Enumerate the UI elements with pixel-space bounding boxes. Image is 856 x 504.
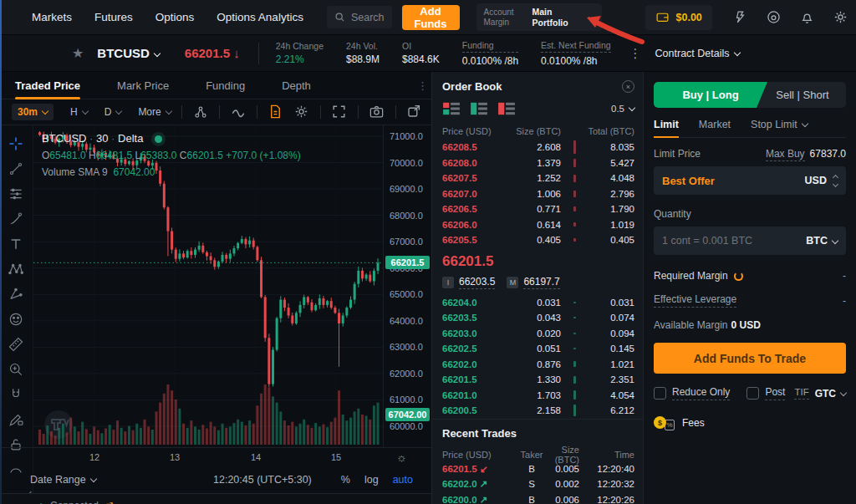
ask-row[interactable]: 66205.50.4050.405: [432, 232, 643, 248]
favorite-star-icon[interactable]: ★: [72, 45, 84, 61]
tab-depth[interactable]: Depth: [282, 72, 311, 99]
bid-row[interactable]: 66201.01.7034.054: [432, 388, 643, 404]
price-axis[interactable]: 71000.070000.069000.068000.067000.066000…: [383, 125, 432, 447]
trade-time: 12:20:40: [583, 464, 634, 474]
group-size-selector[interactable]: 0.5: [611, 104, 634, 114]
nav-item-options-analytics[interactable]: Options Analytics: [217, 11, 303, 23]
external-link-icon[interactable]: [104, 501, 114, 504]
close-icon[interactable]: ×: [622, 80, 634, 93]
price-stepper[interactable]: [833, 176, 838, 186]
time-axis[interactable]: 12131415 ☼: [0, 447, 431, 466]
auto-scale-button[interactable]: auto: [393, 474, 413, 486]
trade-row[interactable]: 66201.5 ↙B0.00512:20:40: [432, 461, 643, 477]
portfolio-selector[interactable]: Account Margin Main Portfolio: [476, 3, 602, 31]
more-options-icon[interactable]: ⋮: [629, 46, 642, 61]
order-book-title: Order Book: [442, 80, 502, 93]
bid-row[interactable]: 66202.00.8761.021: [432, 357, 643, 373]
bid-row[interactable]: 66202.50.0510.145: [432, 341, 643, 357]
popout-icon[interactable]: [406, 104, 423, 120]
timeframe-d[interactable]: D: [104, 106, 122, 118]
ask-row[interactable]: 66207.51.2524.048: [432, 171, 643, 186]
order-tab-market[interactable]: Market: [699, 119, 731, 137]
search-input[interactable]: Search: [327, 6, 392, 28]
add-funds-to-trade-button[interactable]: Add Funds To Trade: [654, 343, 846, 374]
curve-icon[interactable]: [230, 104, 247, 120]
sell-short-tab[interactable]: Sell | Short: [759, 82, 846, 108]
chart-legend: BTCUSD · 30 · Delta O65481.0 H66481.5 L6…: [42, 132, 301, 178]
buy-long-tab[interactable]: Buy | Long: [654, 82, 767, 108]
axis-settings-sun-icon[interactable]: ☼: [396, 451, 407, 464]
ask-row[interactable]: 66208.01.3795.427: [432, 155, 643, 171]
trade-panel: Buy | Long Sell | Short LimitMarketStop …: [644, 72, 856, 504]
panel-drag-handle-icon[interactable]: ⋮: [417, 79, 428, 92]
wallet-balance[interactable]: $0.00: [645, 5, 712, 30]
symbol-selector[interactable]: BTCUSD: [97, 46, 160, 60]
interval-selector[interactable]: 30m: [12, 104, 54, 120]
emoji-icon[interactable]: [8, 311, 26, 328]
camera-icon[interactable]: [369, 104, 385, 120]
bid-row[interactable]: 66200.52.1586.212: [432, 403, 643, 419]
nav-item-options[interactable]: Options: [155, 11, 195, 23]
bid-row[interactable]: 66201.51.3302.351: [432, 372, 643, 388]
transfer-icon[interactable]: [732, 9, 748, 25]
bid-row[interactable]: 66203.00.0200.094: [432, 326, 643, 342]
timeframe-more[interactable]: More: [138, 106, 171, 118]
gear-icon[interactable]: [833, 9, 848, 25]
trade-time: 12:20:26: [583, 495, 634, 504]
quantity-unit-selector[interactable]: BTC: [806, 235, 838, 247]
tif-selector[interactable]: GTC: [815, 388, 846, 400]
post-checkbox[interactable]: [746, 387, 759, 400]
ruler-icon[interactable]: [8, 336, 26, 353]
timeframe-h[interactable]: H: [70, 106, 88, 118]
zoom-in-icon[interactable]: [8, 361, 26, 378]
asks-view-icon[interactable]: [497, 101, 516, 116]
tab-traded-price[interactable]: Traded Price: [15, 72, 80, 99]
chart-settings-gear-icon[interactable]: [293, 104, 310, 120]
trade-row[interactable]: 66202.0 ↗S0.00212:20:32: [432, 476, 643, 492]
nav-icon-group: [732, 9, 856, 25]
bid-row[interactable]: 66204.00.0310.031: [432, 295, 643, 311]
order-tab-limit[interactable]: Limit: [654, 119, 679, 137]
fees-row[interactable]: $ % Fees: [654, 415, 846, 430]
trade-row[interactable]: 66200.0 ↗B0.00612:20:26: [432, 492, 643, 504]
limit-price-input[interactable]: Best Offer USD: [654, 166, 846, 195]
tab-mark-price[interactable]: Mark Price: [117, 72, 169, 99]
trend-line-icon[interactable]: [8, 160, 26, 177]
reduce-only-checkbox[interactable]: [654, 387, 666, 400]
ask-row[interactable]: 66206.50.7711.790: [432, 201, 643, 217]
tab-funding[interactable]: Funding: [206, 72, 245, 99]
ask-row[interactable]: 66207.01.0062.796: [432, 186, 643, 202]
indicators-doc-icon[interactable]: [268, 104, 284, 120]
horizontal-lines-icon[interactable]: [8, 186, 26, 202]
date-range-button[interactable]: Date Range: [30, 474, 96, 486]
percent-scale-button[interactable]: %: [341, 474, 350, 486]
ask-row[interactable]: 66208.52.6088.035: [432, 140, 643, 155]
fullscreen-icon[interactable]: [331, 104, 348, 120]
chart-style-icon[interactable]: [192, 104, 209, 120]
add-funds-button[interactable]: Add Funds: [402, 5, 460, 30]
brush-icon[interactable]: [8, 211, 26, 227]
magnet-icon[interactable]: [8, 386, 26, 403]
ob-price: 66201.5: [442, 374, 509, 384]
nav-item-markets[interactable]: Markets: [32, 11, 72, 23]
ob-price: 66200.5: [442, 405, 509, 415]
text-icon[interactable]: [8, 236, 26, 252]
bell-icon[interactable]: [799, 9, 815, 25]
bids-view-icon[interactable]: [470, 101, 488, 116]
time-tick: 15: [331, 452, 341, 462]
both-sides-view-icon[interactable]: [442, 101, 461, 116]
xabcd-pattern-icon[interactable]: [8, 261, 26, 277]
forecast-icon[interactable]: [8, 286, 26, 303]
price-chart[interactable]: BTCUSD · 30 · Delta O65481.0 H66481.5 L6…: [33, 125, 383, 447]
chevron-down-icon: [81, 108, 88, 115]
support-icon[interactable]: [766, 9, 782, 25]
bid-row[interactable]: 66203.50.0430.074: [432, 310, 643, 326]
log-scale-button[interactable]: log: [364, 474, 379, 486]
nav-item-futures[interactable]: Futures: [94, 11, 133, 23]
quantity-input[interactable]: 1 cont = 0.001 BTC BTC: [654, 227, 846, 255]
ask-row[interactable]: 66206.00.6141.019: [432, 217, 643, 233]
order-tab-stop-limit[interactable]: Stop Limit: [751, 119, 808, 137]
drawing-lock-icon[interactable]: [8, 411, 26, 428]
contract-details-link[interactable]: Contract Details: [655, 48, 740, 59]
crosshair-icon[interactable]: [8, 135, 26, 152]
